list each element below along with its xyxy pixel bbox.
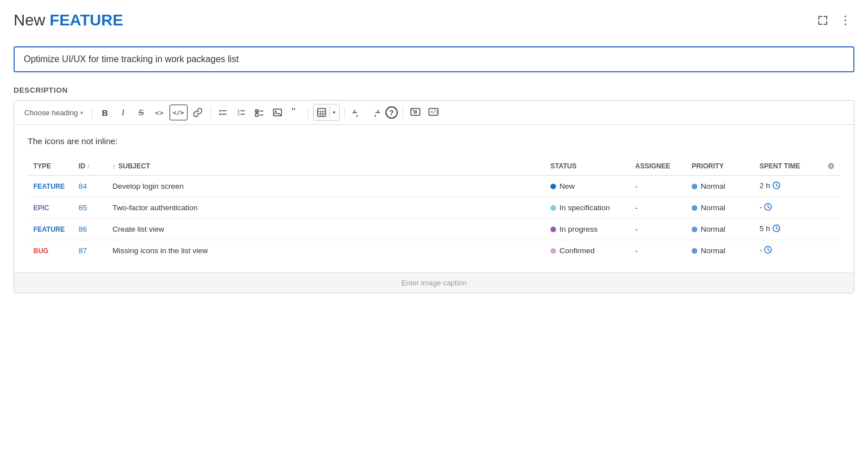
numbered-list-button[interactable]: 1. 2. <box>233 105 249 120</box>
row-1-log-time-button[interactable] <box>764 203 772 212</box>
svg-rect-18 <box>318 109 326 116</box>
row-2-status-dot <box>550 227 556 232</box>
row-3-type[interactable]: BUG <box>33 247 49 255</box>
editor-toolbar: Choose heading ▾ B I S <> </> <box>14 101 854 125</box>
row-1-status-dot <box>550 205 556 211</box>
preview-button[interactable] <box>407 105 423 120</box>
clock-icon <box>772 224 780 232</box>
col-header-priority: PRIORITY <box>686 157 754 176</box>
table-row: FEATURE84Develop login screenNew-Normal2… <box>28 176 840 197</box>
heading-dropdown[interactable]: Choose heading ▾ <box>20 106 88 119</box>
editor-intro-text: The icons are not inline: <box>28 136 840 146</box>
description-label: DESCRIPTION <box>14 86 854 94</box>
row-0-assignee: - <box>630 176 686 197</box>
col-header-status: STATUS <box>545 157 630 176</box>
page-header: New FEATURE <box>14 11 854 29</box>
row-3-settings <box>822 240 840 262</box>
svg-point-2 <box>845 24 847 25</box>
table-button-group: ▾ <box>313 104 340 121</box>
code-block-button[interactable]: </> <box>170 105 188 120</box>
row-2-log-time-button[interactable] <box>772 224 780 234</box>
row-1-id-link[interactable]: 85 <box>79 203 87 212</box>
italic-icon: I <box>121 108 124 118</box>
toolbar-separator-5 <box>402 107 403 118</box>
row-2-spent-time: 5 h <box>754 219 822 240</box>
page-title: New FEATURE <box>14 11 123 29</box>
col-header-id[interactable]: ID ↑ <box>73 157 107 176</box>
source-icon: </> <box>428 108 439 117</box>
row-1-settings <box>822 197 840 219</box>
editor-container: Choose heading ▾ B I S <> </> <box>14 100 854 293</box>
col-header-spent-time: SPENT TIME <box>754 157 822 176</box>
italic-button[interactable]: I <box>115 105 131 120</box>
row-3-log-time-button[interactable] <box>764 246 772 255</box>
settings-gear-icon[interactable]: ⚙ <box>827 162 835 171</box>
help-button[interactable]: ? <box>385 106 398 119</box>
clock-icon <box>772 181 780 189</box>
row-2-assignee: - <box>630 219 686 240</box>
row-3-id-link[interactable]: 87 <box>79 246 87 255</box>
row-0-priority-dot <box>692 184 697 189</box>
more-options-button[interactable] <box>836 11 854 29</box>
expand-button[interactable] <box>814 11 832 29</box>
svg-point-5 <box>219 114 221 115</box>
row-0-type[interactable]: FEATURE <box>33 183 65 190</box>
col-header-settings[interactable]: ⚙ <box>822 157 840 176</box>
table-button[interactable] <box>314 105 329 120</box>
svg-point-3 <box>219 110 221 112</box>
editor-content: The icons are not inline: TYPE ID ↑ <box>14 125 854 272</box>
col-header-subject[interactable]: ↕ SUBJECT <box>107 157 545 176</box>
row-3-spent-time: - <box>754 240 822 262</box>
row-0-log-time-button[interactable] <box>772 181 780 191</box>
undo-icon <box>353 108 362 117</box>
svg-point-25 <box>415 111 416 112</box>
subject-input[interactable] <box>14 46 854 72</box>
row-1-status: In specification <box>545 197 630 219</box>
row-0-id-link[interactable]: 84 <box>79 182 87 190</box>
link-icon <box>193 108 202 117</box>
strikethrough-button[interactable]: S <box>133 105 149 120</box>
table-icon <box>317 108 326 117</box>
quote-icon: " <box>291 108 300 117</box>
svg-text:</>: </> <box>430 110 439 115</box>
redo-button[interactable] <box>367 105 383 120</box>
inline-code-button[interactable]: <> <box>151 105 167 120</box>
bold-button[interactable]: B <box>97 105 113 120</box>
svg-point-0 <box>845 16 847 18</box>
svg-line-36 <box>776 228 778 229</box>
row-1-type[interactable]: EPIC <box>33 204 49 212</box>
image-caption-text: Enter image caption <box>401 279 467 287</box>
link-button[interactable] <box>190 105 206 120</box>
row-2-subject: Create list view <box>107 219 545 240</box>
svg-point-1 <box>845 20 847 21</box>
svg-rect-13 <box>255 114 258 116</box>
title-new: New <box>14 11 45 29</box>
source-button[interactable]: </> <box>426 105 441 120</box>
task-list-button[interactable] <box>251 105 267 120</box>
svg-text:2.: 2. <box>237 112 241 116</box>
clock-icon <box>764 203 772 211</box>
row-1-spent-time: - <box>754 197 822 219</box>
undo-button[interactable] <box>349 105 365 120</box>
numbered-list-icon: 1. 2. <box>237 108 246 117</box>
row-3-status-dot <box>550 248 556 254</box>
image-button[interactable] <box>270 105 285 120</box>
table-dropdown-button[interactable]: ▾ <box>330 105 339 120</box>
row-3-status: Confirmed <box>545 240 630 262</box>
title-feature: FEATURE <box>50 11 123 29</box>
svg-text:": " <box>292 108 295 117</box>
subject-sort-prefix-icon: ↕ <box>112 163 116 170</box>
expand-icon <box>818 15 828 25</box>
redo-icon <box>371 108 380 117</box>
row-2-id-link[interactable]: 86 <box>79 225 87 233</box>
row-2-type[interactable]: FEATURE <box>33 225 65 233</box>
svg-line-39 <box>768 250 770 251</box>
image-icon <box>273 108 282 117</box>
id-sort-button[interactable]: ID ↑ <box>79 162 90 170</box>
subject-sort-button[interactable]: ↕ SUBJECT <box>112 162 150 170</box>
id-sort-icon: ↑ <box>87 163 90 170</box>
quote-button[interactable]: " <box>288 105 303 120</box>
bullet-list-button[interactable] <box>215 105 231 120</box>
image-caption[interactable]: Enter image caption <box>14 272 854 293</box>
row-3-priority: Normal <box>686 240 754 262</box>
